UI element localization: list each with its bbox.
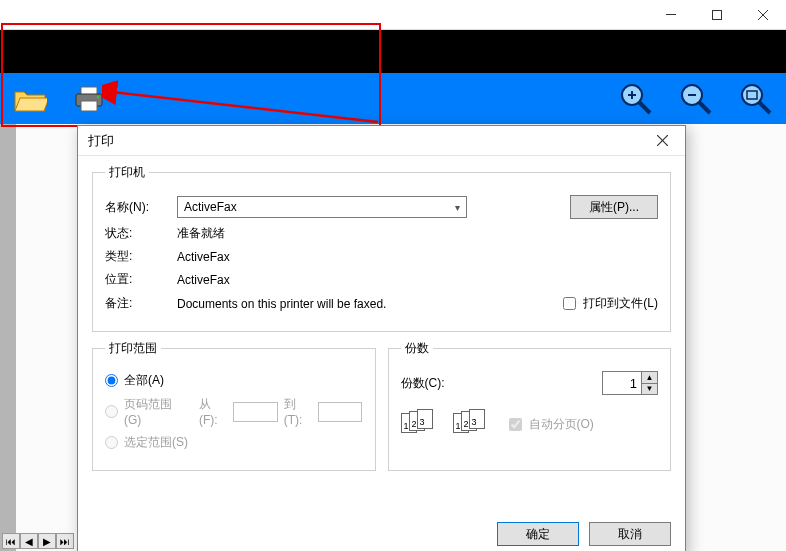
first-page-button[interactable]: ⏮ xyxy=(2,533,20,549)
to-label: 到(T): xyxy=(284,396,312,427)
print-to-file-label: 打印到文件(L) xyxy=(583,295,658,312)
from-label: 从(F): xyxy=(199,396,227,427)
print-button[interactable] xyxy=(70,79,110,119)
toolbar xyxy=(0,73,786,124)
type-label: 类型: xyxy=(105,248,177,265)
copies-group: 份数 份数(C): 1 ▲ ▼ 1 2 3 xyxy=(388,340,672,471)
type-value: ActiveFax xyxy=(177,250,658,264)
copies-legend: 份数 xyxy=(401,340,433,357)
zoom-out-button[interactable] xyxy=(676,79,716,119)
spinner-up[interactable]: ▲ xyxy=(642,372,657,384)
next-page-button[interactable]: ▶ xyxy=(38,533,56,549)
range-all-row[interactable]: 全部(A) xyxy=(105,372,363,389)
collate-label: 自动分页(O) xyxy=(529,416,594,433)
collate-icon: 1 2 3 xyxy=(401,409,441,439)
window-titlebar xyxy=(0,0,786,30)
svg-rect-6 xyxy=(81,101,97,111)
svg-line-9 xyxy=(639,102,650,113)
collate-icon: 1 2 3 xyxy=(453,409,493,439)
open-folder-button[interactable] xyxy=(10,79,50,119)
copies-label: 份数(C): xyxy=(401,375,445,392)
printer-select[interactable]: ActiveFax ▾ xyxy=(177,196,467,218)
range-pages-row: 页码范围(G) 从(F): 到(T): xyxy=(105,396,363,427)
print-to-file-checkbox[interactable] xyxy=(563,297,576,310)
dialog-titlebar: 打印 xyxy=(78,126,685,156)
range-pages-label: 页码范围(G) xyxy=(124,396,185,427)
svg-rect-0 xyxy=(666,14,676,15)
prev-page-button[interactable]: ◀ xyxy=(20,533,38,549)
status-value: 准备就绪 xyxy=(177,225,658,242)
maximize-button[interactable] xyxy=(694,0,740,29)
range-selection-label: 选定范围(S) xyxy=(124,434,188,451)
minimize-button[interactable] xyxy=(648,0,694,29)
range-group: 打印范围 全部(A) 页码范围(G) 从(F): 到(T): xyxy=(92,340,376,471)
printer-name-label: 名称(N): xyxy=(105,199,177,216)
svg-point-7 xyxy=(97,95,99,97)
range-selection-radio xyxy=(105,436,118,449)
location-label: 位置: xyxy=(105,271,177,288)
printer-select-value: ActiveFax xyxy=(184,200,237,214)
properties-button[interactable]: 属性(P)... xyxy=(570,195,658,219)
printer-group: 打印机 名称(N): ActiveFax ▾ 属性(P)... 状态: 准备就绪… xyxy=(92,164,671,332)
close-button[interactable] xyxy=(740,0,786,29)
ok-button[interactable]: 确定 xyxy=(497,522,579,546)
collate-checkbox xyxy=(509,418,522,431)
print-dialog: 打印 打印机 名称(N): ActiveFax ▾ 属性(P)... 状态: 准… xyxy=(77,125,686,551)
printer-legend: 打印机 xyxy=(105,164,149,181)
range-all-label: 全部(A) xyxy=(124,372,164,389)
copies-spinner[interactable]: 1 ▲ ▼ xyxy=(602,371,658,395)
location-value: ActiveFax xyxy=(177,273,658,287)
comment-value: Documents on this printer will be faxed. xyxy=(177,297,559,311)
page-nav: ⏮ ◀ ▶ ⏭ xyxy=(2,533,74,549)
spinner-down[interactable]: ▼ xyxy=(642,384,657,395)
copies-value: 1 xyxy=(603,372,641,394)
to-input xyxy=(318,402,362,422)
zoom-in-button[interactable] xyxy=(616,79,656,119)
dialog-title: 打印 xyxy=(88,132,649,150)
cancel-button[interactable]: 取消 xyxy=(589,522,671,546)
svg-rect-1 xyxy=(713,10,722,19)
range-selection-row: 选定范围(S) xyxy=(105,434,363,451)
zoom-fit-button[interactable] xyxy=(736,79,776,119)
menubar xyxy=(0,30,786,73)
dialog-close-button[interactable] xyxy=(649,131,675,151)
svg-line-13 xyxy=(699,102,710,113)
range-pages-radio xyxy=(105,405,118,418)
range-legend: 打印范围 xyxy=(105,340,161,357)
comment-label: 备注: xyxy=(105,295,177,312)
chevron-down-icon: ▾ xyxy=(455,202,460,213)
from-input xyxy=(233,402,277,422)
range-all-radio[interactable] xyxy=(105,374,118,387)
status-label: 状态: xyxy=(105,225,177,242)
svg-line-16 xyxy=(759,102,770,113)
last-page-button[interactable]: ⏭ xyxy=(56,533,74,549)
